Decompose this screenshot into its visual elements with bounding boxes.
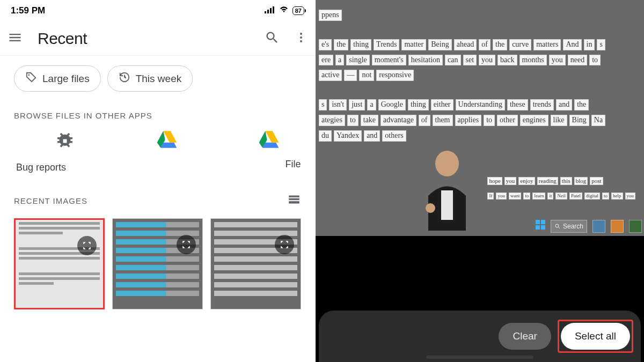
chip-this-week[interactable]: This week (107, 65, 193, 92)
ocr-word[interactable]: and (556, 99, 572, 110)
ocr-word[interactable]: Patel (569, 193, 582, 200)
ocr-word[interactable]: take (361, 115, 378, 126)
ocr-word[interactable]: Na (591, 115, 605, 126)
ocr-word[interactable]: Yandex (334, 130, 362, 142)
ocr-word[interactable]: hesitation (408, 55, 443, 66)
ocr-word[interactable]: need (568, 55, 587, 66)
ocr-word[interactable]: set (463, 55, 477, 66)
ocr-word[interactable]: digital (584, 193, 600, 200)
ocr-word[interactable]: matter (401, 39, 426, 50)
thumbnail-3[interactable] (210, 218, 301, 309)
ocr-word[interactable]: to (602, 193, 609, 200)
ocr-word[interactable]: just (349, 99, 365, 110)
ocr-word[interactable]: in (584, 39, 595, 50)
status-bar: 1:59 PM 87 (0, 0, 315, 21)
ocr-word[interactable]: du (319, 130, 332, 142)
ocr-word[interactable]: ahead (454, 39, 477, 50)
ocr-word[interactable]: single (346, 55, 369, 66)
ocr-word[interactable]: applies (455, 115, 482, 126)
ocr-word[interactable]: active (319, 70, 342, 81)
ocr-word[interactable]: matters (533, 39, 561, 50)
ocr-word[interactable]: responsive (376, 70, 414, 81)
more-icon[interactable] (295, 30, 308, 47)
ocr-word[interactable]: post (590, 177, 603, 185)
ocr-word[interactable]: to (484, 115, 495, 126)
ocr-word[interactable]: s (597, 39, 605, 50)
ocr-word[interactable]: a (367, 99, 376, 110)
ocr-word[interactable]: you (504, 177, 517, 185)
ocr-word[interactable]: isn't (329, 99, 347, 110)
search-icon[interactable] (265, 30, 280, 47)
ocr-image-area[interactable]: ppens e'sthethingTrendsmatterBeingaheado… (316, 0, 644, 236)
ocr-word[interactable]: the (334, 39, 348, 50)
ocr-word[interactable]: Google (378, 99, 406, 110)
ocr-word[interactable]: you (625, 193, 636, 200)
ocr-word[interactable]: blog (574, 177, 588, 185)
ocr-word[interactable]: Trends (374, 39, 399, 50)
thumbnail-1[interactable] (14, 218, 105, 309)
ocr-word[interactable]: s (319, 99, 327, 110)
ocr-word[interactable]: back (497, 55, 517, 66)
ocr-word[interactable]: it (547, 193, 553, 200)
ocr-word[interactable]: like (551, 115, 567, 126)
ocr-word[interactable]: Neil (555, 193, 567, 200)
ocr-word[interactable]: ategies (319, 115, 345, 126)
ocr-word[interactable]: Bing (569, 115, 589, 126)
ocr-word[interactable]: you (496, 193, 507, 200)
ocr-word[interactable]: trends (530, 99, 554, 110)
ocr-word[interactable]: engines (520, 115, 548, 126)
app-drive-2[interactable]: File (218, 130, 320, 173)
ocr-word[interactable]: others (382, 130, 406, 142)
thumbnail-2[interactable] (112, 218, 203, 309)
ocr-word[interactable]: curve (509, 39, 531, 50)
browse-apps-label: BROWSE FILES IN OTHER APPS (0, 101, 315, 127)
ocr-word[interactable]: ppens (319, 10, 342, 21)
ocr-word[interactable]: Being (428, 39, 451, 50)
app-bug-reports[interactable]: Bug reports (14, 130, 116, 173)
ocr-word[interactable]: not (359, 70, 374, 81)
svg-rect-9 (441, 190, 453, 220)
ocr-word[interactable]: to (589, 55, 601, 66)
ocr-word[interactable]: And (563, 39, 581, 50)
select-all-button[interactable]: Select all (561, 323, 630, 350)
ocr-word[interactable]: can (445, 55, 460, 66)
ocr-word[interactable]: reading (537, 177, 558, 185)
ocr-word[interactable]: them (433, 115, 453, 126)
ocr-word[interactable]: If (487, 193, 494, 200)
recent-images-label: RECENT IMAGES (14, 196, 87, 205)
ocr-word[interactable]: the (493, 39, 507, 50)
ocr-word[interactable]: a (335, 55, 344, 66)
ocr-word[interactable]: moment's (372, 55, 406, 66)
ocr-word[interactable]: either (431, 99, 453, 110)
ocr-word[interactable]: other (497, 115, 518, 126)
ocr-word[interactable]: to (523, 193, 530, 200)
clear-button[interactable]: Clear (499, 323, 551, 350)
ocr-word[interactable]: e's (319, 39, 332, 50)
ocr-word[interactable]: this (560, 177, 572, 185)
ocr-word[interactable]: you (479, 55, 495, 66)
ocr-word[interactable]: of (419, 115, 430, 126)
ocr-word[interactable]: you (549, 55, 566, 66)
ocr-word[interactable]: enjoy (518, 177, 535, 185)
app-drive-1[interactable] (116, 130, 218, 173)
ocr-word[interactable]: — (344, 70, 357, 81)
ocr-word[interactable]: of (479, 39, 491, 50)
ocr-word[interactable]: want (509, 193, 522, 200)
ocr-word[interactable]: thing (350, 39, 371, 50)
ocr-word[interactable]: months (519, 55, 547, 66)
ocr-word[interactable]: thing (408, 99, 429, 110)
hamburger-icon[interactable] (8, 30, 23, 47)
ocr-word[interactable]: ere (319, 55, 333, 66)
ocr-word[interactable]: learn (532, 193, 545, 200)
list-view-icon[interactable] (287, 193, 301, 209)
ocr-word[interactable]: advantage (380, 115, 416, 126)
ocr-word[interactable]: Understanding (456, 99, 505, 110)
ocr-word[interactable]: these (507, 99, 528, 110)
ocr-word[interactable]: to (347, 115, 358, 126)
ocr-word[interactable]: and (364, 130, 380, 142)
ocr-word[interactable]: hope (487, 177, 502, 185)
chip-large-files[interactable]: Large files (14, 65, 101, 92)
wifi-icon (279, 5, 289, 16)
ocr-word[interactable]: the (574, 99, 589, 110)
ocr-word[interactable]: help (611, 193, 623, 200)
